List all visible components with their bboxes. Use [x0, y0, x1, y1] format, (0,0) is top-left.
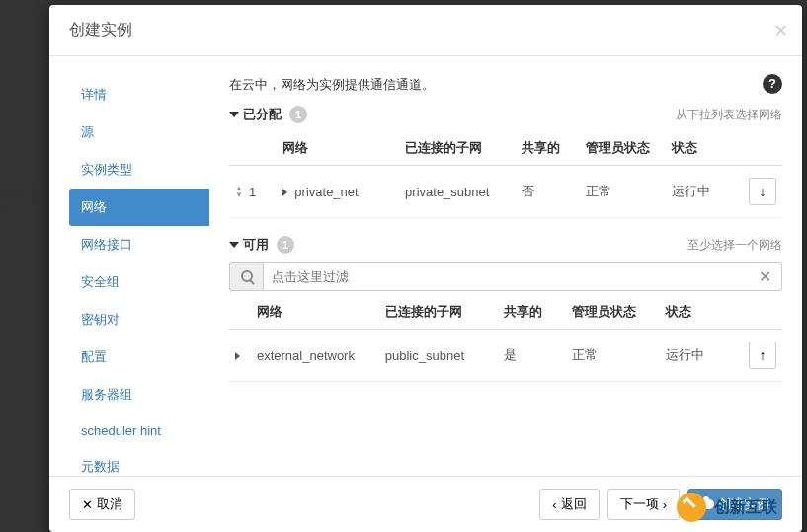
sidebar-item-server-groups[interactable]: 服务器组	[69, 376, 209, 414]
modal-title: 创建实例	[69, 20, 782, 40]
row-status: 运行中	[666, 166, 743, 218]
create-instance-modal: 创建实例 × 详情 源 实例类型 网络 网络接口 安全组 密钥对 配置 服务器组…	[49, 5, 802, 532]
reorder-handle[interactable]: ▲▼	[235, 185, 243, 198]
th-admin: 管理员状态	[566, 295, 659, 330]
available-title[interactable]: 可用 1	[229, 236, 294, 254]
row-order: 1	[249, 185, 256, 199]
allocated-header: 已分配 1 从下拉列表选择网络	[229, 106, 782, 123]
filter-row: ✕	[229, 262, 782, 291]
available-hint: 至少选择一个网络	[687, 237, 782, 254]
main-panel: ? 在云中，网络为实例提供通信通道。 已分配 1 从下拉列表选择网络 网络 已连…	[209, 56, 802, 476]
th-network: 网络	[277, 131, 399, 166]
row-network: external_network	[251, 330, 379, 382]
modal-footer: ✕ 取消 ‹ 返回 下一项 › 创建实例	[49, 476, 802, 532]
row-subnet: public_subnet	[379, 330, 498, 382]
th-subnet: 已连接的子网	[399, 131, 515, 166]
sidebar-item-network[interactable]: 网络	[69, 189, 209, 226]
create-instance-button[interactable]: 创建实例	[687, 489, 782, 520]
row-shared: 是	[498, 330, 567, 382]
modal-body: 详情 源 实例类型 网络 网络接口 安全组 密钥对 配置 服务器组 schedu…	[49, 56, 802, 476]
th-admin: 管理员状态	[580, 131, 666, 166]
sidebar-item-scheduler-hint[interactable]: scheduler hint	[69, 414, 209, 448]
sidebar-item-config[interactable]: 配置	[69, 339, 209, 376]
chevron-left-icon: ‹	[552, 497, 556, 512]
sidebar-item-security-groups[interactable]: 安全组	[69, 264, 209, 301]
th-shared: 共享的	[498, 295, 567, 330]
panel-description: 在云中，网络为实例提供通信通道。	[229, 76, 782, 94]
help-icon[interactable]: ?	[763, 74, 782, 94]
row-admin: 正常	[580, 166, 666, 218]
allocated-title-text: 已分配	[243, 106, 282, 123]
allocated-hint: 从下拉列表选择网络	[676, 107, 782, 123]
deallocate-button[interactable]: ↓	[749, 178, 776, 205]
filter-input[interactable]	[263, 262, 749, 291]
available-count-badge: 1	[277, 236, 294, 254]
sidebar-item-source[interactable]: 源	[69, 114, 209, 151]
cloud-upload-icon	[700, 499, 714, 509]
expand-icon[interactable]	[235, 352, 240, 360]
row-subnet: private_subnet	[399, 166, 515, 218]
chevron-down-icon	[229, 242, 239, 248]
th-network: 网络	[251, 295, 379, 330]
th-subnet: 已连接的子网	[379, 295, 498, 330]
chevron-down-icon	[229, 112, 239, 117]
sidebar-item-ports[interactable]: 网络接口	[69, 226, 209, 264]
sidebar-item-flavor[interactable]: 实例类型	[69, 151, 209, 189]
row-network: private_net	[294, 185, 358, 199]
allocated-count-badge: 1	[289, 106, 307, 123]
available-header: 可用 1 至少选择一个网络	[229, 236, 782, 254]
close-icon[interactable]: ×	[774, 20, 787, 41]
search-icon	[229, 262, 263, 291]
allocate-button[interactable]: ↑	[749, 342, 776, 369]
sidebar-item-keypair[interactable]: 密钥对	[69, 301, 209, 339]
wizard-sidebar: 详情 源 实例类型 网络 网络接口 安全组 密钥对 配置 服务器组 schedu…	[49, 56, 209, 476]
back-button[interactable]: ‹ 返回	[539, 489, 599, 520]
row-admin: 正常	[566, 330, 659, 382]
background-label: 镜像名称	[0, 186, 49, 205]
allocated-title[interactable]: 已分配 1	[229, 106, 307, 123]
cancel-button[interactable]: ✕ 取消	[69, 489, 135, 520]
sidebar-item-details[interactable]: 详情	[69, 76, 209, 114]
sidebar-item-metadata[interactable]: 元数据	[69, 448, 209, 476]
next-button[interactable]: 下一项 ›	[607, 489, 680, 520]
expand-icon[interactable]	[282, 189, 287, 196]
th-status: 状态	[660, 295, 743, 330]
available-table: 网络 已连接的子网 共享的 管理员状态 状态 external_network	[229, 295, 782, 382]
allocated-table: 网络 已连接的子网 共享的 管理员状态 状态 ▲▼ 1	[229, 131, 782, 218]
close-icon: ✕	[82, 497, 93, 512]
clear-filter-icon[interactable]: ✕	[749, 262, 782, 291]
chevron-right-icon: ›	[663, 497, 667, 512]
allocated-row: ▲▼ 1 private_net private_subnet 否 正常 运行中	[229, 166, 782, 218]
available-row: external_network public_subnet 是 正常 运行中 …	[229, 330, 782, 382]
row-status: 运行中	[660, 330, 743, 382]
th-status: 状态	[666, 131, 743, 166]
modal-header: 创建实例 ×	[49, 5, 802, 56]
available-title-text: 可用	[243, 236, 269, 254]
row-shared: 否	[516, 166, 580, 218]
th-shared: 共享的	[516, 131, 580, 166]
